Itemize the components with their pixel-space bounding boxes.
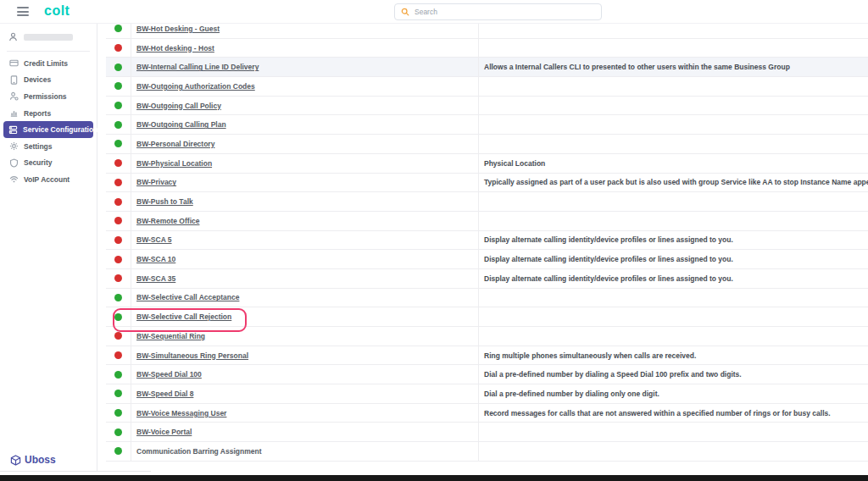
sidebar-item-label: Reports (24, 109, 51, 118)
status-cell (106, 327, 131, 346)
table-row[interactable]: BW-Speed Dial 100 Dial a pre-defined num… (106, 365, 868, 384)
service-config-icon (8, 124, 18, 135)
table-row[interactable]: BW-Sequential Ring (106, 327, 868, 346)
status-cell (106, 135, 131, 153)
service-link[interactable]: BW-Outgoing Call Policy (136, 102, 221, 110)
sidebar-item-label: Credit Limits (24, 59, 68, 68)
service-link[interactable]: BW-Speed Dial 100 (136, 370, 202, 379)
status-dot (114, 428, 122, 436)
table-row[interactable]: BW-Selective Call Rejection (106, 307, 868, 327)
hamburger-menu-icon[interactable] (17, 7, 29, 16)
service-description (479, 442, 868, 461)
service-link[interactable]: BW-Physical Location (136, 159, 212, 168)
status-cell (106, 442, 131, 461)
table-row[interactable]: BW-Selective Call Acceptance (106, 289, 868, 308)
status-dot (114, 274, 122, 282)
table-row[interactable]: BW-Physical Location Physical Location (106, 154, 868, 174)
status-cell (106, 77, 131, 96)
service-link[interactable]: BW-Hot Desking - Guest (136, 25, 220, 33)
table-row[interactable]: BW-Outgoing Call Policy (106, 97, 868, 116)
service-description: Physical Location (479, 154, 868, 173)
table-row[interactable]: BW-Push to Talk (106, 192, 868, 212)
permissions-icon (8, 91, 19, 102)
service-link[interactable]: BW-Voice Messaging User (136, 409, 226, 417)
service-link[interactable]: BW-Selective Call Acceptance (136, 293, 239, 301)
user-icon (8, 32, 18, 41)
service-link[interactable]: BW-Privacy (136, 178, 176, 186)
service-description (479, 97, 868, 115)
service-description: Dial a pre-defined number by dialing onl… (479, 384, 868, 403)
uboss-logo-text: Uboss (25, 454, 56, 466)
table-row[interactable]: BW-Outgoing Calling Plan (106, 115, 868, 135)
status-cell (106, 192, 131, 211)
service-link[interactable]: BW-Push to Talk (136, 197, 193, 206)
status-cell (106, 365, 131, 384)
service-name-cell: BW-Internal Calling Line ID Delivery (131, 58, 479, 76)
service-link[interactable]: BW-SCA 10 (136, 255, 175, 263)
sidebar-item[interactable]: Devices (3, 72, 93, 89)
table-row[interactable]: BW-SCA 10 Display alternate calling iden… (106, 250, 868, 269)
service-description: Typically assigned as part of a user pac… (479, 174, 868, 192)
service-link[interactable]: BW-Selective Call Rejection (136, 312, 231, 321)
service-link[interactable]: BW-Speed Dial 8 (136, 390, 193, 398)
table-row[interactable]: BW-Remote Office (106, 212, 868, 231)
status-dot (114, 236, 122, 244)
sidebar-item[interactable]: Service Configuration (3, 121, 93, 138)
service-link[interactable]: BW-Outgoing Authorization Codes (136, 82, 255, 91)
table-row[interactable]: BW-Simultaneous Ring Personal Ring multi… (106, 346, 868, 366)
service-link[interactable]: BW-Sequential Ring (136, 332, 205, 340)
service-name-cell: BW-Speed Dial 8 (131, 384, 479, 403)
service-link[interactable]: BW-Remote Office (136, 217, 199, 225)
status-dot (114, 294, 122, 301)
service-description (479, 307, 868, 326)
table-row[interactable]: BW-Voice Portal (106, 423, 868, 442)
table-row[interactable]: BW-SCA 5 Display alternate calling ident… (106, 231, 868, 251)
table-row[interactable]: BW-Hot desking - Host (106, 39, 868, 58)
colt-logo: colt (44, 3, 70, 19)
sidebar-item-label: Settings (24, 142, 53, 151)
search-input[interactable] (415, 8, 595, 16)
search-box[interactable] (394, 3, 602, 20)
table-row[interactable]: BW-Speed Dial 8 Dial a pre-defined numbe… (106, 384, 868, 404)
sidebar-item[interactable]: Settings (3, 138, 93, 155)
table-row[interactable]: BW-Outgoing Authorization Codes (106, 77, 868, 97)
sidebar-item[interactable]: VoIP Account (3, 171, 93, 188)
service-link[interactable]: BW-Hot desking - Host (136, 44, 214, 53)
sidebar-user[interactable] (0, 24, 97, 48)
service-link[interactable]: BW-SCA 5 (136, 235, 172, 244)
service-description (479, 327, 868, 346)
status-dot (114, 102, 122, 109)
table-row[interactable]: BW-Voice Messaging User Record messages … (106, 404, 868, 423)
top-bar: colt (0, 0, 868, 24)
service-description (479, 77, 868, 96)
sidebar-item[interactable]: Security (3, 155, 93, 172)
table-row[interactable]: BW-Hot Desking - Guest (106, 24, 868, 39)
table-row[interactable]: BW-Privacy Typically assigned as part of… (106, 174, 868, 193)
status-cell (106, 154, 131, 173)
status-cell (106, 289, 131, 307)
service-link[interactable]: BW-Personal Directory (136, 140, 214, 148)
service-link[interactable]: Communication Barring Assignment (136, 447, 262, 456)
service-link[interactable]: BW-Voice Portal (136, 428, 192, 436)
table-row[interactable]: BW-Personal Directory (106, 135, 868, 154)
table-row[interactable]: BW-Internal Calling Line ID Delivery All… (106, 58, 868, 77)
sidebar-item[interactable]: Permissions (3, 88, 93, 105)
table-row[interactable]: Communication Barring Assignment (106, 442, 868, 462)
status-cell (106, 384, 131, 403)
service-name-cell: BW-Physical Location (131, 154, 479, 173)
status-cell (106, 231, 131, 250)
service-description: Ring multiple phones simultaneously when… (479, 346, 868, 365)
sidebar-item[interactable]: Credit Limits (3, 55, 93, 72)
service-link[interactable]: BW-Simultaneous Ring Personal (136, 351, 248, 360)
service-link[interactable]: BW-SCA 35 (136, 274, 175, 283)
service-link[interactable]: BW-Internal Calling Line ID Delivery (136, 63, 259, 71)
service-description: Allows a Internal Callers CLI to present… (479, 58, 868, 76)
bottom-bar (0, 475, 868, 481)
service-link[interactable]: BW-Outgoing Calling Plan (136, 120, 226, 129)
sidebar-item-label: Devices (24, 75, 51, 84)
sidebar-item[interactable]: Reports (3, 105, 93, 122)
app-window: colt Credit Limits (0, 0, 868, 481)
service-name-cell: BW-Outgoing Authorization Codes (131, 77, 479, 96)
status-dot (114, 179, 122, 186)
table-row[interactable]: BW-SCA 35 Display alternate calling iden… (106, 269, 868, 289)
